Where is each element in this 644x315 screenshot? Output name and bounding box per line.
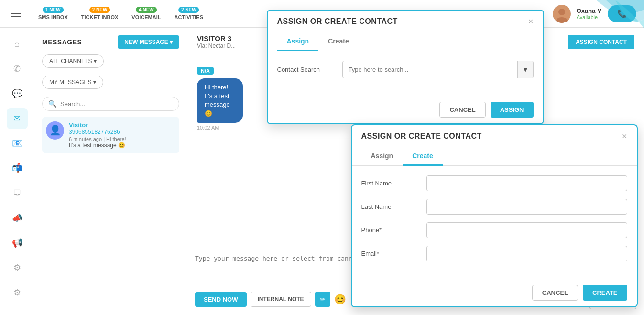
modal2-lastname-row: Last Name [361, 199, 627, 215]
modal2-close-button[interactable]: × [622, 132, 627, 141]
message-preview: It's a test message 😊 [69, 142, 175, 149]
user-info: Oxana ∨ Available [577, 7, 602, 20]
sidebar-icon-settings[interactable]: ⚙ [7, 257, 28, 278]
modal-assign-or-create-1: ASSIGN OR CREATE CONTACT × Assign Create… [267, 10, 544, 124]
modal2-lastname-label: Last Name [361, 203, 419, 210]
modal2-email-input[interactable] [426, 246, 627, 261]
modal1-header: ASSIGN OR CREATE CONTACT × [268, 11, 543, 33]
sidebar-icon-inbox[interactable]: 📧 [7, 133, 28, 154]
modal1-search-input[interactable] [343, 62, 517, 77]
modal2-cancel-button[interactable]: CANCEL [532, 285, 578, 301]
sidebar-icon-home[interactable]: ⌂ [7, 33, 28, 54]
message-name: Visitor [69, 121, 175, 129]
modal1-cancel-button[interactable]: CANCEL [439, 102, 485, 118]
send-now-button[interactable]: SEND NOW [195, 292, 247, 307]
sms-tab-label: SMS INBOX [38, 14, 68, 20]
modal2-firstname-input[interactable] [426, 175, 627, 191]
ticket-badge: 2 NEW [89, 7, 110, 13]
modal1-title: ASSIGN OR CREATE CONTACT [277, 17, 398, 26]
chat-bubble-container: N/A Hi there! It's a test message 😊 10:0… [197, 66, 273, 130]
messages-panel: MESSAGES NEW MESSAGE ▾ ALL CHANNELS ▾ MY… [34, 28, 187, 315]
modal2-email-row: Email* [361, 246, 627, 261]
sidebar-icon-mail[interactable]: 📬 [7, 158, 28, 179]
emoji-button[interactable]: 😊 [334, 293, 346, 305]
voicemail-badge: 4 NEW [136, 7, 157, 13]
sidebar-icon-broadcast[interactable]: 📣 [7, 207, 28, 228]
bubble-label: N/A [197, 67, 214, 75]
messages-header: MESSAGES NEW MESSAGE ▾ [42, 35, 179, 49]
sidebar-icon-settings2[interactable]: ⚙ [7, 282, 28, 303]
user-name[interactable]: Oxana ∨ [577, 7, 602, 14]
my-messages-filter[interactable]: MY MESSAGES ▾ [42, 76, 103, 89]
sms-badge: 1 NEW [43, 7, 64, 13]
user-status: Available [577, 14, 602, 20]
messages-title: MESSAGES [42, 38, 82, 46]
search-icon: 🔍 [48, 100, 56, 108]
sidebar-icon-announce[interactable]: 📢 [7, 232, 28, 253]
modal1-close-button[interactable]: × [528, 17, 534, 26]
modal2-body: First Name Last Name Phone* Email* [352, 166, 637, 279]
modal2-phone-input[interactable] [426, 222, 627, 238]
hamburger-menu[interactable] [8, 7, 25, 21]
message-phone: 3906855182776286 [69, 129, 175, 135]
call-button[interactable]: 📞 [608, 5, 636, 22]
nav-tab-voicemail[interactable]: 4 NEW VOICEMAIL [126, 6, 166, 22]
modal2-tabs: Assign Create [352, 147, 637, 166]
sidebar-icon-phone[interactable]: ✆ [7, 58, 28, 79]
modal2-tab-create[interactable]: Create [403, 147, 443, 166]
nav-tab-ticket[interactable]: 2 NEW TICKET INBOX [76, 6, 124, 22]
sidebar-icon-messages[interactable]: ✉ [7, 108, 28, 129]
sidebar-icon-comment[interactable]: 🗨 [7, 183, 28, 204]
modal1-tabs: Assign Create [268, 33, 543, 51]
modal2-tab-assign[interactable]: Assign [361, 147, 403, 166]
bubble-line1: Hi there! [205, 83, 235, 92]
message-content: Visitor 3906855182776286 6 minutes ago |… [69, 121, 175, 149]
modal1-search-row: Contact Search ▾ [277, 61, 534, 78]
sidebar-icon-chat[interactable]: 💬 [7, 83, 28, 104]
assign-contact-button[interactable]: ASSIGN CONTACT [568, 35, 634, 49]
ticket-tab-label: TICKET INBOX [81, 14, 119, 20]
modal2-title: ASSIGN OR CREATE CONTACT [361, 132, 482, 141]
message-meta: 6 minutes ago | Hi there! [69, 136, 175, 142]
edit-icon-button[interactable]: ✏ [315, 292, 330, 307]
left-sidebar: ⌂ ✆ 💬 ✉ 📧 📬 🗨 📣 📢 ⚙ ⚙ [0, 28, 34, 315]
modal1-search-field: ▾ [342, 61, 534, 78]
activities-tab-label: ACTIVITIES [174, 14, 203, 20]
nav-tabs: 1 NEW SMS INBOX 2 NEW TICKET INBOX 4 NEW… [33, 6, 209, 22]
visitor-info: VISITOR 3 Via: Nectar D... [197, 34, 236, 49]
modal1-footer: CANCEL ASSIGN [268, 96, 543, 123]
modal1-body: Contact Search ▾ [268, 51, 543, 96]
voicemail-tab-label: VOICEMAIL [131, 14, 161, 20]
modal2-email-label: Email* [361, 250, 419, 257]
internal-note-button[interactable]: INTERNAL NOTE [251, 292, 311, 307]
bubble-line2: It's a test message 😊 [205, 92, 235, 118]
modal1-search-label: Contact Search [277, 66, 335, 73]
svg-point-1 [558, 9, 565, 15]
modal1-dropdown-arrow-icon[interactable]: ▾ [517, 61, 533, 78]
modal1-tab-assign[interactable]: Assign [277, 33, 319, 51]
search-box: 🔍 [42, 97, 179, 111]
message-avatar-icon: 👤 [46, 121, 64, 140]
via-text: Via: Nectar D... [197, 43, 236, 49]
message-item[interactable]: 👤 Visitor 3906855182776286 6 minutes ago… [42, 117, 179, 153]
new-message-button[interactable]: NEW MESSAGE ▾ [118, 35, 179, 49]
modal1-tab-create[interactable]: Create [318, 33, 359, 51]
modal2-header: ASSIGN OR CREATE CONTACT × [352, 125, 637, 147]
all-channels-filter[interactable]: ALL CHANNELS ▾ [42, 54, 104, 68]
chat-time: 10:02 AM [197, 125, 273, 130]
modal2-phone-label: Phone* [361, 227, 419, 234]
modal2-lastname-input[interactable] [426, 199, 627, 215]
modal-assign-or-create-2: ASSIGN OR CREATE CONTACT × Assign Create… [351, 124, 638, 307]
chat-bubble: Hi there! It's a test message 😊 [197, 78, 243, 123]
search-input[interactable] [60, 100, 173, 108]
nav-tab-activities[interactable]: 2 NEW ACTIVITIES [168, 6, 209, 22]
modal2-firstname-row: First Name [361, 175, 627, 191]
modal2-footer: CANCEL CREATE [352, 279, 637, 306]
modal1-assign-button[interactable]: ASSIGN [491, 102, 534, 118]
modal2-firstname-label: First Name [361, 180, 419, 187]
avatar[interactable] [553, 5, 571, 23]
modal2-create-button[interactable]: CREATE [583, 285, 627, 301]
modal2-phone-row: Phone* [361, 222, 627, 238]
nav-tab-sms[interactable]: 1 NEW SMS INBOX [33, 6, 74, 22]
activities-badge: 2 NEW [178, 7, 199, 13]
